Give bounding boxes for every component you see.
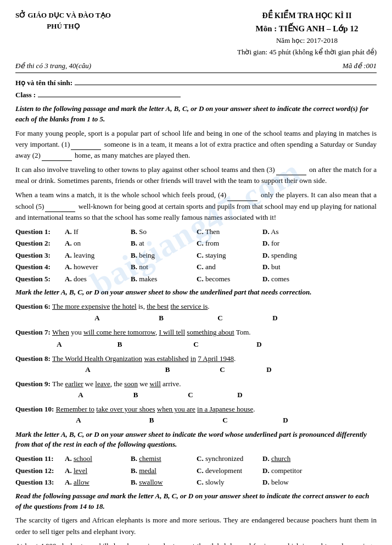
header-divider — [15, 73, 377, 73]
q12-a: A. level — [65, 465, 131, 476]
q6-label-a: A — [65, 313, 130, 324]
passage-para2: It can also involve traveling to other t… — [15, 164, 377, 186]
ma-de: Mã đề :001 — [343, 62, 377, 70]
passage-para3: When a team wins a match, it is the whol… — [15, 190, 377, 223]
q12-options: A. level B. medal C. development D. comp… — [65, 465, 377, 476]
question-row-12: Question 12: A. level B. medal C. develo… — [15, 465, 377, 476]
q8-label-b: B — [132, 364, 203, 375]
name-label: Họ và tên thí sinh: — [15, 79, 72, 87]
q3-options: A. leaving B. being C. staying D. spendi… — [65, 250, 377, 261]
q2-c: C. from — [197, 238, 262, 249]
q8-text: The World Health Organization was establ… — [52, 354, 236, 363]
q12-b: B. medal — [131, 465, 197, 476]
section4-para2: At least 4,000 elephants are killed each… — [15, 541, 377, 545]
q6-labels: A B C D — [15, 313, 377, 324]
q1-options: A. If B. So C. Then D. As — [65, 226, 377, 237]
q9-label-b: B — [105, 390, 166, 401]
section4-para1: The scarcity of tigers and African eleph… — [15, 515, 377, 537]
q8-labels: A B C D — [15, 364, 377, 375]
q5-label: Question 5: — [15, 274, 65, 285]
name-row: Họ và tên thí sinh: — [15, 77, 377, 87]
q13-a: A. allow — [65, 477, 131, 488]
q5-a: A. does — [65, 274, 131, 285]
q13-c: C. slowly — [197, 477, 262, 488]
q9-labels: A B C D — [15, 390, 377, 401]
q8-label-d: D — [242, 364, 296, 375]
q4-options: A. however B. not C. and D. but — [65, 262, 377, 272]
q10-label-c: C — [192, 415, 258, 426]
q3-label: Question 3: — [15, 250, 65, 261]
q2-options: A. on B. at C. from D. for — [65, 238, 377, 249]
question-row-13: Question 13: A. allow B. swallow C. slow… — [15, 477, 377, 488]
q3-a: A. leaving — [65, 250, 131, 261]
q8-label-c: C — [203, 364, 242, 375]
q1-label: Question 1: — [15, 226, 65, 237]
question-row-1: Question 1: A. If B. So C. Then D. As — [15, 226, 377, 237]
question-row-11: Question 11: A. school B. chemist C. syn… — [15, 453, 377, 464]
q1-a: A. If — [65, 226, 131, 237]
q5-d: D. comes — [262, 274, 328, 285]
class-line — [38, 90, 181, 97]
page-count: Đề thi có 3 trang, 40(câu) — [15, 62, 91, 70]
q11-label: Question 11: — [15, 453, 65, 464]
exam-duration: Thời gian: 45 phút (không kể thời gian p… — [237, 47, 377, 58]
q2-b: B. at — [131, 238, 197, 249]
q9-label-d: D — [215, 390, 265, 401]
subject-title: Môn : TIẾNG ANH – Lớp 12 — [237, 22, 377, 35]
school-dept: SỞ GIÁO DỤC VÀ ĐÀO TẠO — [15, 10, 111, 21]
q7-label-a: A — [40, 339, 79, 350]
q10-num: Question 10: — [15, 405, 54, 413]
section4-instruction: Read the following passage and mark the … — [15, 491, 377, 512]
q10-label-d: D — [258, 415, 313, 426]
q3-d: D. spending — [262, 250, 328, 261]
question-row-4: Question 4: A. however B. not C. and D. … — [15, 262, 377, 272]
q12-c: C. development — [197, 465, 262, 476]
question-10: Question 10: Remember to take over your … — [15, 404, 377, 426]
question-row-5: Question 5: A. does B. makes C. becomes … — [15, 274, 377, 285]
student-info: Họ và tên thí sinh: Class : — [15, 77, 377, 99]
q6-num: Question 6: — [15, 302, 51, 310]
class-row: Class : — [15, 90, 377, 99]
section3-instruction: Mark the letter A, B, C, or D on your an… — [15, 430, 377, 451]
q9-num: Question 9: — [15, 380, 51, 388]
q13-options: A. allow B. swallow C. slowly D. below — [65, 477, 377, 488]
q11-c: C. synchronized — [197, 453, 262, 464]
q12-label: Question 12: — [15, 465, 65, 476]
q11-d: D. church — [262, 453, 328, 464]
q2-a: A. on — [65, 238, 131, 249]
q7-labels: A B C D — [15, 339, 377, 350]
question-row-3: Question 3: A. leaving B. being C. stayi… — [15, 250, 377, 261]
q1-d: D. As — [262, 226, 328, 237]
q8-label-a: A — [44, 364, 132, 375]
q4-c: C. and — [197, 262, 262, 272]
q13-d: D. below — [262, 477, 328, 488]
q4-b: B. not — [131, 262, 197, 272]
question-8: Question 8: The World Health Organizatio… — [15, 353, 377, 375]
q10-text: Remember to take over your shoes when yo… — [56, 405, 255, 413]
q6-label-b: B — [130, 313, 193, 324]
section1-instruction: Listen to the following passage and mark… — [15, 104, 377, 125]
q6-label-c: C — [193, 313, 248, 324]
question-6: Question 6: The more expensive the hotel… — [15, 301, 377, 324]
q7-label-c: C — [160, 339, 232, 350]
q2-d: D. for — [262, 238, 328, 249]
q1-c: C. Then — [197, 226, 262, 237]
q7-text: When you will come here tomorrow, I will… — [52, 328, 251, 336]
class-label: Class : — [15, 91, 36, 99]
exam-title: ĐỀ KIỂM TRA HỌC KÌ II — [237, 10, 377, 22]
q13-b: B. swallow — [131, 477, 197, 488]
q10-label-a: A — [46, 415, 111, 426]
q9-label-c: C — [166, 390, 215, 401]
section2-instruction: Mark the letter A, B, C, or D on your an… — [15, 287, 377, 298]
q9-text: The earlier we leave, the soon we will a… — [52, 380, 181, 388]
q10-label-b: B — [111, 415, 192, 426]
q4-a: A. however — [65, 262, 131, 272]
questions-1-5: Question 1: A. If B. So C. Then D. As Qu… — [15, 226, 377, 285]
q2-label: Question 2: — [15, 238, 65, 249]
q12-d: D. competitor — [262, 465, 328, 476]
q3-b: B. being — [131, 250, 197, 261]
q3-c: C. staying — [197, 250, 262, 261]
question-row-2: Question 2: A. on B. at C. from D. for — [15, 238, 377, 249]
questions-11-13: Question 11: A. school B. chemist C. syn… — [15, 453, 377, 488]
q11-a: A. school — [65, 453, 131, 464]
